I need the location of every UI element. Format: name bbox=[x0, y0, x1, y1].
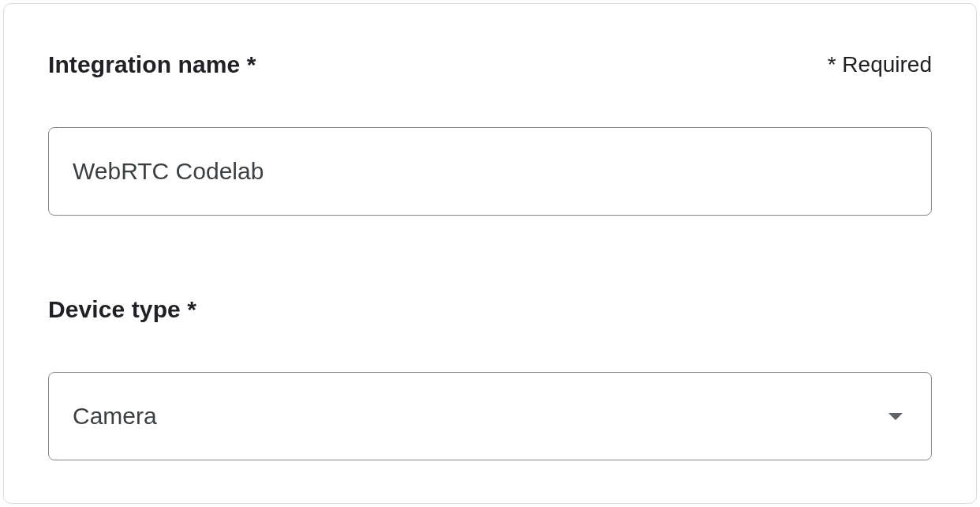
device-type-value: Camera bbox=[73, 403, 888, 430]
device-type-label: Device type * bbox=[48, 296, 932, 323]
integration-name-label: Integration name * bbox=[48, 51, 256, 78]
required-note: * Required bbox=[828, 52, 932, 77]
chevron-down-icon bbox=[888, 413, 903, 420]
integration-name-header: Integration name * * Required bbox=[48, 51, 932, 78]
form-card: Integration name * * Required Device typ… bbox=[3, 3, 977, 504]
device-type-header: Device type * bbox=[48, 296, 932, 323]
integration-name-input[interactable] bbox=[48, 127, 932, 216]
device-type-select[interactable]: Camera bbox=[48, 372, 932, 460]
